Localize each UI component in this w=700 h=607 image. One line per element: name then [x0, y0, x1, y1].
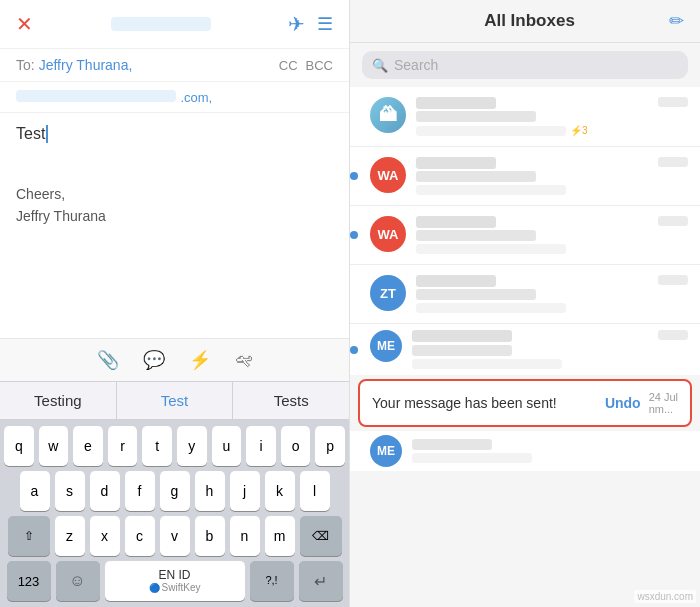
key-h[interactable]: h — [195, 471, 225, 511]
compose-panel: ✕ ✈ ☰ To: Jeffry Thurana, CC BCC .com, T… — [0, 0, 350, 607]
date-blur-3 — [658, 216, 688, 226]
key-g[interactable]: g — [160, 471, 190, 511]
cc-bcc-buttons: CC BCC — [279, 58, 333, 73]
date-blur-5 — [658, 330, 688, 340]
subject-blur-4 — [416, 289, 536, 300]
return-key[interactable]: ↵ — [299, 561, 343, 601]
email-content-3 — [416, 216, 688, 254]
sent-message: Your message has been sent! — [372, 395, 557, 411]
preview-blur-1 — [416, 126, 566, 136]
signature-line2: Jeffry Thurana — [16, 205, 333, 227]
inbox-panel: All Inboxes ✏ 🔍 Search 🏔 ⚡3 — [350, 0, 700, 607]
bolt-icon[interactable]: ⚡ — [189, 349, 211, 371]
preview-blur-4 — [416, 303, 566, 313]
key-r[interactable]: r — [108, 426, 138, 466]
to-label: To: — [16, 57, 35, 73]
key-l[interactable]: l — [300, 471, 330, 511]
send-icon[interactable]: ✈ — [288, 12, 305, 36]
email-content-2 — [416, 157, 688, 195]
menu-icon[interactable]: ☰ — [317, 13, 333, 35]
undo-button[interactable]: Undo — [605, 395, 641, 411]
avatar-4: ZT — [370, 275, 406, 311]
autocomplete-testing[interactable]: Testing — [0, 382, 117, 419]
header-center — [111, 17, 211, 31]
punct-key[interactable]: ?,! — [250, 561, 294, 601]
bcc-button[interactable]: BCC — [306, 58, 333, 73]
attach-icon[interactable]: 📎 — [97, 349, 119, 371]
key-k[interactable]: k — [265, 471, 295, 511]
key-a[interactable]: a — [20, 471, 50, 511]
email-list: 🏔 ⚡3 WA — [350, 87, 700, 607]
text-cursor — [46, 125, 48, 143]
email-content-4 — [416, 275, 688, 313]
preview-me — [412, 453, 532, 463]
search-input-wrap[interactable]: 🔍 Search — [362, 51, 688, 79]
email-blur — [16, 90, 176, 102]
key-d[interactable]: d — [90, 471, 120, 511]
email-item-1[interactable]: 🏔 ⚡3 — [350, 87, 700, 147]
avatar-1: 🏔 — [370, 97, 406, 133]
avatar-3: WA — [370, 216, 406, 252]
cc-button[interactable]: CC — [279, 58, 298, 73]
key-f[interactable]: f — [125, 471, 155, 511]
inbox-header: All Inboxes ✏ — [350, 0, 700, 43]
key-q[interactable]: q — [4, 426, 34, 466]
autocomplete-bar: Testing Test Tests — [0, 381, 349, 420]
search-bar: 🔍 Search — [350, 43, 700, 87]
autocomplete-test[interactable]: Test — [117, 382, 234, 419]
sender-blur-2 — [416, 157, 496, 169]
key-o[interactable]: o — [281, 426, 311, 466]
subject-me — [412, 439, 492, 450]
key-t[interactable]: t — [142, 426, 172, 466]
keyboard-row-2: a s d f g h j k l — [4, 471, 345, 511]
emoji-key[interactable]: ☺ — [56, 561, 100, 601]
key-s[interactable]: s — [55, 471, 85, 511]
date-blur-1 — [658, 97, 688, 107]
key-b[interactable]: b — [195, 516, 225, 556]
key-v[interactable]: v — [160, 516, 190, 556]
to-name[interactable]: Jeffry Thurana, — [39, 57, 133, 73]
search-placeholder: Search — [394, 57, 438, 73]
key-e[interactable]: e — [73, 426, 103, 466]
keyboard-row-3: ⇧ z x c v b n m ⌫ — [4, 516, 345, 556]
space-key[interactable]: EN ID 🔵 SwiftKey — [105, 561, 245, 601]
compose-to-field: To: Jeffry Thurana, CC BCC — [0, 49, 349, 82]
key-n[interactable]: n — [230, 516, 260, 556]
compose-signature: Cheers, Jeffry Thurana — [16, 183, 333, 228]
key-c[interactable]: c — [125, 516, 155, 556]
chat-icon[interactable]: 💬 — [143, 349, 165, 371]
preview-blur-5 — [412, 359, 562, 369]
num-key[interactable]: 123 — [7, 561, 51, 601]
close-icon[interactable]: ✕ — [16, 12, 33, 36]
email-item-2[interactable]: WA — [350, 147, 700, 206]
key-w[interactable]: w — [39, 426, 69, 466]
compose-toolbar: 📎 💬 ⚡ 🛩 — [0, 338, 349, 381]
compose-header: ✕ ✈ ☰ — [0, 0, 349, 49]
compose-new-icon[interactable]: ✏ — [669, 10, 684, 32]
subject-text: Test — [16, 125, 45, 143]
key-p[interactable]: p — [315, 426, 345, 466]
key-z[interactable]: z — [55, 516, 85, 556]
email-content-1: ⚡3 — [416, 97, 688, 136]
compose-email-line: .com, — [0, 82, 349, 113]
keyboard-row-bottom: 123 ☺ EN ID 🔵 SwiftKey ?,! ↵ — [4, 561, 345, 601]
email-item-4[interactable]: ZT — [350, 265, 700, 324]
key-u[interactable]: u — [212, 426, 242, 466]
recipient-email-blur — [111, 17, 211, 31]
key-i[interactable]: i — [246, 426, 276, 466]
key-x[interactable]: x — [90, 516, 120, 556]
date-blur-4 — [658, 275, 688, 285]
preview-blur-2 — [416, 185, 566, 195]
sent-time: 24 Julnm... — [649, 391, 678, 415]
key-m[interactable]: m — [265, 516, 295, 556]
delete-key[interactable]: ⌫ — [300, 516, 342, 556]
keyboard: q w e r t y u i o p a s d f g h j k l ⇧ … — [0, 420, 349, 607]
key-y[interactable]: y — [177, 426, 207, 466]
email-item-3[interactable]: WA — [350, 206, 700, 265]
watermark: wsxdun.com — [634, 590, 696, 603]
paper-plane-icon[interactable]: 🛩 — [235, 350, 253, 371]
key-j[interactable]: j — [230, 471, 260, 511]
shift-key[interactable]: ⇧ — [8, 516, 50, 556]
autocomplete-tests[interactable]: Tests — [233, 382, 349, 419]
compose-body[interactable]: Test Cheers, Jeffry Thurana — [0, 113, 349, 338]
